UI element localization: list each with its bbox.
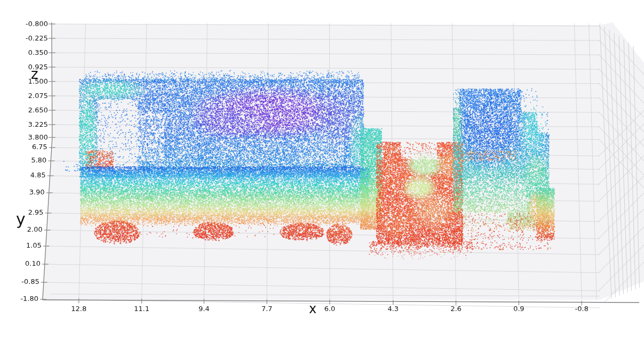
z-tick-label: -0.800 xyxy=(15,20,48,28)
z-tick-label: 2.650 xyxy=(15,106,48,115)
x-tick-label: 6.0 xyxy=(317,305,343,313)
point-cloud-figure: z y x 12.811.19.47.76.04.32.60.9-0.8-0.8… xyxy=(0,0,644,351)
point-cloud-canvas[interactable] xyxy=(0,0,644,351)
z-tick-label: 0.925 xyxy=(15,63,48,71)
x-tick-label: 12.8 xyxy=(66,305,92,313)
x-tick-label: 11.1 xyxy=(129,305,154,313)
y-tick-label: 4.85 xyxy=(15,171,46,179)
x-tick-label: 2.6 xyxy=(443,305,469,313)
z-tick-label: 3.225 xyxy=(15,120,48,129)
x-tick-label: -0.8 xyxy=(569,305,594,313)
x-tick-label: 7.7 xyxy=(254,305,280,313)
y-tick-label: 3.90 xyxy=(14,188,45,197)
z-tick-label: -0.225 xyxy=(15,34,48,43)
x-axis-label: x xyxy=(309,301,316,316)
y-tick-label: -1.80 xyxy=(7,295,38,303)
x-tick-label: 0.9 xyxy=(506,305,532,313)
z-tick-label: 1.500 xyxy=(15,77,48,86)
z-tick-label: 2.075 xyxy=(15,92,48,100)
x-tick-label: 4.3 xyxy=(380,305,406,313)
y-tick-label: 0.10 xyxy=(10,259,40,268)
z-tick-label: 3.800 xyxy=(15,133,48,142)
y-tick-label: 2.95 xyxy=(13,208,44,217)
y-tick-label: 2.00 xyxy=(12,225,43,234)
y-tick-label: 6.75 xyxy=(17,143,47,151)
y-tick-label: -0.85 xyxy=(9,277,39,286)
z-tick-label: 0.350 xyxy=(15,48,48,57)
y-tick-label: 5.80 xyxy=(15,156,46,165)
y-tick-label: 1.05 xyxy=(11,241,42,250)
x-tick-label: 9.4 xyxy=(191,305,217,313)
